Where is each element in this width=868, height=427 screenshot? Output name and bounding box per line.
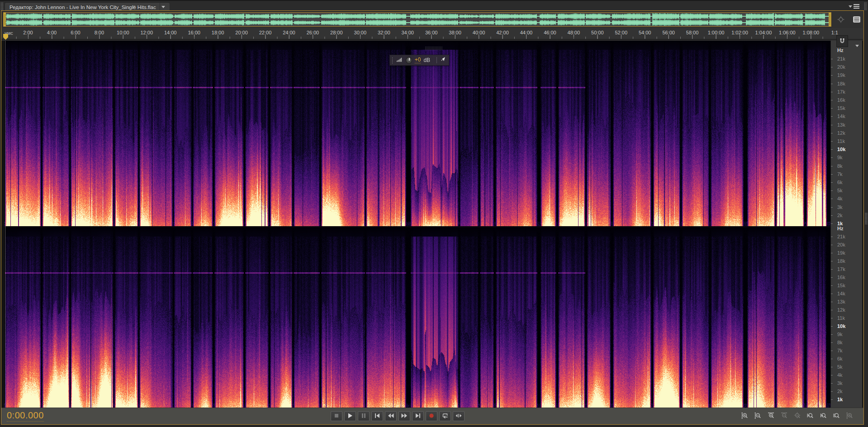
freq-tick (831, 59, 833, 59)
panel-drag-grip-icon[interactable] (864, 2, 867, 10)
overview-list-icon[interactable] (853, 15, 863, 24)
freq-label: 16k (837, 97, 845, 103)
skip-selection-icon (455, 412, 462, 421)
freq-tick (831, 223, 833, 224)
panel-drag-grip-icon[interactable] (0, 2, 4, 10)
freq-tick (831, 166, 833, 166)
freq-label: 18k (837, 258, 845, 264)
gain-knob[interactable] (406, 57, 412, 64)
loop-playback-button[interactable] (439, 411, 451, 421)
skip-to-end-button[interactable] (412, 411, 424, 421)
freq-tick (831, 261, 833, 261)
freq-label: 14k (837, 291, 845, 296)
record-button[interactable] (426, 411, 437, 421)
freq-label: 3k (837, 380, 843, 386)
window-bottom-edge (0, 425, 868, 427)
zoom-reset-button[interactable] (845, 412, 854, 421)
freq-tick (831, 351, 833, 351)
rewind-button[interactable] (385, 411, 397, 421)
freq-tick (831, 92, 833, 92)
zoom-in-amplitude-button[interactable] (740, 412, 749, 421)
freq-label: 9k (837, 155, 843, 160)
hud-pin-icon[interactable] (440, 56, 446, 64)
freq-tick (831, 215, 833, 216)
hud-drag-grip-icon[interactable] (425, 47, 442, 50)
ruler-label: 54:00 (639, 30, 651, 35)
zoom-to-selection-button[interactable] (832, 412, 841, 421)
ruler-label: 56:00 (662, 30, 675, 35)
freq-label: 9k (837, 332, 843, 337)
ruler-label: 52:00 (615, 30, 627, 35)
freq-tick (831, 133, 833, 133)
freq-label: 13k (837, 122, 845, 128)
freq-tick (831, 285, 833, 286)
editor-tab[interactable]: Редактор: John Lennon - Live In New York… (5, 2, 170, 11)
ruler-ticks (1, 35, 834, 39)
spectral-display-area: Hz21k20k19k18k17k16k15k14k13k12k11k10k9k… (1, 41, 863, 408)
zoom-out-time-button[interactable] (779, 412, 789, 421)
freq-label: 15k (837, 105, 845, 111)
frequency-axis[interactable]: Hz21k20k19k18k17k16k15k14k13k12k11k10k9k… (830, 41, 862, 408)
freq-label: 8k (837, 340, 843, 345)
timeline-ruler[interactable]: чмс 2:004:006:008:0010:0012:0014:0016:00… (1, 28, 863, 40)
transport-controls (331, 411, 465, 421)
ruler-label: 10:00 (117, 30, 129, 35)
freq-tick (831, 269, 833, 270)
freq-tick (831, 245, 833, 245)
zoom-out-full-button[interactable] (792, 412, 802, 421)
ruler-label: 32:00 (378, 30, 390, 35)
freq-tick (831, 326, 833, 327)
freq-tick (831, 367, 833, 367)
freq-tick (831, 174, 833, 175)
panel-menu-icon[interactable] (849, 3, 859, 9)
tab-close-icon[interactable]: × (130, 3, 138, 10)
freq-label: 13k (837, 299, 845, 304)
freq-label: 12k (837, 130, 845, 136)
ruler-label: 14:00 (164, 30, 177, 35)
skip-selection-button[interactable] (453, 411, 465, 421)
ruler-label: 24:00 (283, 30, 295, 35)
spectrogram-canvas[interactable] (4, 41, 830, 408)
overview-zoom-navigator-icon[interactable] (837, 15, 847, 24)
freq-tick (831, 359, 833, 359)
freq-label: 17k (837, 89, 845, 95)
transport-footer: 0:00.000 (1, 408, 863, 424)
freq-label: 5k (837, 188, 843, 193)
freq-label: 6k (837, 180, 843, 185)
pause-button[interactable] (358, 411, 370, 421)
freq-tick (831, 375, 833, 375)
frequency-scale-menu-icon[interactable] (855, 47, 859, 55)
freq-label: 6k (837, 356, 843, 361)
freq-tick (831, 141, 833, 142)
window-edge-grip-icon[interactable] (865, 213, 868, 224)
snap-toggle-button[interactable] (836, 35, 848, 47)
freq-tick (831, 342, 833, 343)
freq-label: 19k (837, 250, 845, 256)
hud-grip-icon[interactable] (392, 57, 394, 63)
zoom-in-time-button[interactable] (766, 412, 776, 421)
freq-label: 11k (837, 138, 845, 144)
stop-button[interactable] (331, 411, 342, 421)
freq-label: 14k (837, 114, 845, 119)
play-button[interactable] (344, 411, 356, 421)
freq-label: 1k (837, 397, 843, 402)
ruler-label: 1:08:00 (802, 30, 819, 35)
fast-forward-button[interactable] (398, 411, 410, 421)
freq-tick (831, 237, 833, 237)
overview-waveform[interactable] (3, 12, 832, 27)
freq-tick (831, 391, 833, 392)
zoom-to-selection-icon (833, 412, 840, 421)
zoom-to-out-point-button[interactable] (819, 412, 828, 421)
skip-to-start-button[interactable] (371, 411, 383, 421)
skip-to-end-icon (414, 412, 422, 421)
current-time-display[interactable]: 0:00.000 (7, 410, 44, 422)
freq-label: 20k (837, 64, 845, 70)
gain-value[interactable]: +0 (415, 57, 421, 63)
zoom-out-amplitude-button[interactable] (753, 412, 763, 421)
freq-tick (831, 84, 833, 84)
fast-forward-icon (401, 412, 408, 421)
freq-tick (831, 207, 833, 208)
freq-label: 11k (837, 315, 845, 321)
zoom-to-in-point-button[interactable] (806, 412, 815, 421)
ruler-label: 58:00 (686, 30, 699, 35)
